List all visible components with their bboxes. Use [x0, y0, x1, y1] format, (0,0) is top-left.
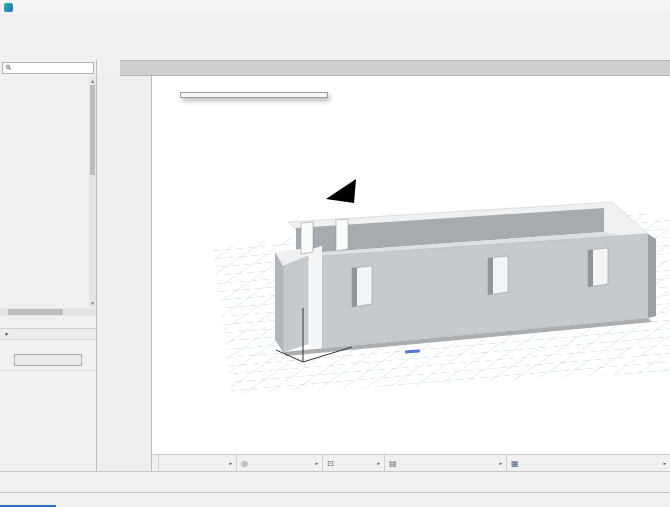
3d-viewport[interactable] — [152, 76, 670, 454]
layer-combination-icon: ▤ — [389, 459, 397, 468]
scrollbar-thumb[interactable] — [8, 309, 63, 315]
tree-vertical-scrollbar[interactable]: ▲ ▼ — [89, 77, 96, 307]
navigator-buttons — [0, 317, 96, 329]
tree-horizontal-scrollbar[interactable] — [0, 308, 96, 316]
toolbox-palette — [97, 76, 152, 471]
context-menu — [180, 92, 328, 98]
navigator-panel: 🔍︎ ▲ ▼ ▼ — [0, 60, 97, 471]
search-icon: 🔍︎ — [5, 64, 12, 72]
scrollbar-thumb[interactable] — [90, 85, 95, 175]
quick-options-list — [0, 370, 96, 471]
title-bar[interactable] — [0, 0, 670, 14]
dropdown-arrow-icon: ▸ — [315, 460, 318, 466]
search-input[interactable] — [14, 63, 94, 74]
properties-header[interactable]: ▼ — [0, 329, 96, 340]
dropdown-arrow-icon: ▸ — [229, 460, 232, 466]
scroll-down-icon[interactable]: ▼ — [89, 299, 96, 307]
settings-button[interactable] — [14, 354, 82, 366]
scroll-up-icon[interactable]: ▲ — [89, 77, 96, 85]
scale-combo[interactable]: ⊡ ▸ — [322, 455, 384, 471]
dropdown-arrow-icon: ▸ — [499, 460, 502, 466]
archicad-app-icon — [4, 3, 13, 12]
panel-header-row — [0, 44, 670, 60]
orientation-combo[interactable]: ◎ ▸ — [236, 455, 322, 471]
structure-display-icon: ▦ — [511, 459, 519, 468]
structure-display-combo[interactable]: ▦ ▸ — [506, 455, 670, 471]
viewpoint-name-row — [0, 341, 96, 353]
collapse-icon: ▼ — [4, 331, 9, 337]
scale-icon: ⊡ — [327, 459, 334, 468]
dropdown-arrow-icon: ▸ — [377, 460, 380, 466]
project-map-tree — [0, 77, 89, 307]
layer-combination-combo[interactable]: ▤ ▸ — [384, 455, 506, 471]
3d-model-canvas[interactable] — [152, 76, 670, 454]
zoom-combo[interactable]: ▸ — [158, 455, 236, 471]
menu-bar — [0, 14, 670, 27]
status-bar — [0, 492, 670, 507]
coordinate-tracker-bar — [0, 471, 670, 492]
search-box[interactable]: 🔍︎ — [2, 62, 94, 74]
dropdown-arrow-icon: ▸ — [663, 460, 666, 466]
main-toolbar — [0, 27, 670, 44]
archicad-window: 🔍︎ ▲ ▼ ▼ — [0, 0, 670, 507]
view-settings-bar: ▸ ◎ ▸ ⊡ ▸ ▤ ▸ ▦ ▸ — [152, 454, 670, 471]
tab-bar — [120, 60, 670, 76]
orientation-icon: ◎ — [241, 459, 248, 468]
